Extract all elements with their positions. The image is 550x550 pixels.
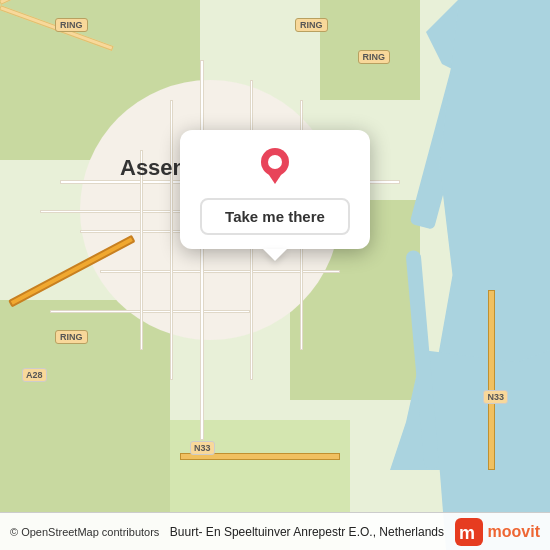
n33-label-bottom: N33	[190, 441, 215, 455]
take-me-there-button[interactable]: Take me there	[200, 198, 350, 235]
road	[50, 310, 250, 313]
attribution-bar: © OpenStreetMap contributors Buurt- En S…	[0, 512, 550, 550]
ring-label-top-right: RING	[295, 18, 328, 32]
map-background: Assen RING RING RING RING A28 N33 N33	[0, 0, 550, 550]
ring-label-bottom-left: RING	[55, 330, 88, 344]
map-container: Assen RING RING RING RING A28 N33 N33 Ta…	[0, 0, 550, 550]
svg-marker-2	[267, 172, 283, 184]
a28-label: A28	[22, 368, 47, 382]
svg-point-1	[268, 155, 282, 169]
ring-label-top-left: RING	[55, 18, 88, 32]
moovit-logo: m moovit	[455, 518, 540, 546]
road	[100, 270, 340, 273]
pin-icon	[200, 146, 350, 184]
openstreetmap-attribution: © OpenStreetMap contributors	[10, 526, 159, 538]
location-popup: Take me there	[180, 130, 370, 249]
attribution-text: © OpenStreetMap contributors	[10, 526, 159, 538]
ring-label-right: RING	[358, 50, 391, 64]
highway-n33-vertical	[488, 290, 495, 470]
location-text: Buurt- En Speeltuinver Anrepestr E.O., N…	[159, 525, 454, 539]
moovit-text: moovit	[488, 523, 540, 541]
city-label: Assen	[120, 155, 186, 181]
road	[200, 60, 204, 440]
road	[170, 100, 173, 380]
pin-svg	[256, 146, 294, 184]
moovit-icon-svg: m	[455, 518, 483, 546]
svg-text:m: m	[459, 523, 475, 543]
n33-label-right: N33	[483, 390, 508, 404]
